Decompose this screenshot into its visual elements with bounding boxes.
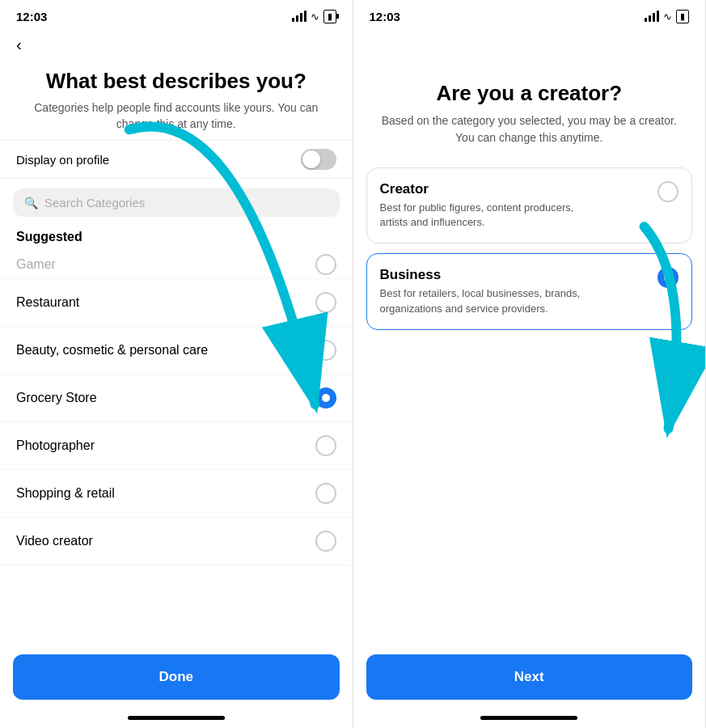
left-panel-content: What best describes you? Categories help… — [0, 61, 353, 709]
page-subtitle-right: Based on the category you selected, you … — [353, 112, 706, 163]
category-item-restaurant[interactable]: Restaurant — [0, 279, 353, 327]
creator-card-text: Creator Best for public figures, content… — [380, 181, 650, 230]
wifi-icon: ∿ — [311, 11, 319, 23]
status-bar-right: 12:03 ∿ ▮ — [353, 0, 706, 29]
business-card-desc: Best for retailers, local businesses, br… — [380, 286, 650, 315]
radio-shopping[interactable] — [315, 483, 336, 504]
radio-business[interactable] — [657, 267, 679, 288]
page-subtitle-left: Categories help people find accounts lik… — [0, 97, 353, 140]
category-item-beauty[interactable]: Beauty, cosmetic & personal care — [0, 327, 353, 375]
status-icons-left: ∿ ▮ — [292, 10, 336, 23]
radio-grocery[interactable] — [315, 387, 336, 408]
page-title-left: What best describes you? — [0, 61, 353, 97]
signal-icon — [292, 11, 306, 22]
status-time-left: 12:03 — [16, 10, 47, 23]
home-indicator-left — [0, 709, 353, 728]
business-card-text: Business Best for retailers, local busin… — [380, 267, 650, 315]
radio-restaurant[interactable] — [315, 292, 336, 313]
category-label-shopping: Shopping & retail — [16, 486, 115, 501]
battery-icon-right: ▮ — [676, 10, 689, 23]
category-label-photographer: Photographer — [16, 438, 95, 453]
category-label-restaurant: Restaurant — [16, 295, 79, 310]
category-item-photographer[interactable]: Photographer — [0, 422, 353, 470]
radio-photographer[interactable] — [315, 435, 336, 456]
business-card[interactable]: Business Best for retailers, local busin… — [366, 253, 693, 329]
category-label-gamer: Gamer — [16, 257, 56, 272]
home-bar-left — [128, 716, 225, 720]
status-icons-right: ∿ ▮ — [645, 10, 689, 23]
display-profile-toggle[interactable] — [301, 149, 336, 170]
creator-card-title: Creator — [380, 181, 650, 197]
radio-creator[interactable] — [657, 181, 679, 202]
radio-beauty[interactable] — [315, 340, 336, 361]
done-button[interactable]: Done — [13, 654, 340, 700]
wifi-icon-right: ∿ — [663, 11, 672, 23]
back-button[interactable]: ‹ — [0, 29, 353, 61]
toggle-label: Display on profile — [16, 153, 109, 167]
category-label-beauty: Beauty, cosmetic & personal care — [16, 343, 208, 358]
category-item-shopping[interactable]: Shopping & retail — [0, 470, 353, 518]
page-title-right: Are you a creator? — [353, 65, 706, 112]
category-list: Gamer Restaurant Beauty, cosmetic & pers… — [0, 251, 353, 645]
radio-video[interactable] — [315, 531, 336, 552]
business-card-title: Business — [380, 267, 650, 283]
spacer-flex — [353, 335, 706, 645]
spacer-right — [353, 29, 706, 65]
category-label-grocery: Grocery Store — [16, 391, 97, 405]
next-button[interactable]: Next — [366, 654, 693, 700]
category-item-grocery[interactable]: Grocery Store — [0, 375, 353, 422]
display-on-profile-row: Display on profile — [0, 140, 353, 179]
battery-icon: ▮ — [323, 10, 336, 23]
category-label-video: Video creator — [16, 534, 93, 548]
category-item-video[interactable]: Video creator — [0, 518, 353, 565]
status-bar-left: 12:03 ∿ ▮ — [0, 0, 353, 29]
suggested-header: Suggested — [0, 226, 353, 251]
search-box[interactable]: 🔍 Search Categories — [13, 188, 340, 217]
right-panel-content: Are you a creator? Based on the category… — [353, 65, 706, 709]
status-time-right: 12:03 — [370, 10, 400, 23]
search-icon: 🔍 — [24, 197, 38, 210]
category-item-gamer[interactable]: Gamer — [0, 251, 353, 279]
signal-icon-right — [645, 11, 659, 22]
search-placeholder: Search Categories — [44, 196, 145, 210]
radio-gamer[interactable] — [315, 254, 336, 275]
right-panel: 12:03 ∿ ▮ Are you a creator? Based on th… — [353, 0, 707, 728]
home-bar-right — [480, 716, 577, 720]
left-panel: 12:03 ∿ ▮ ‹ What best describes you? Cat… — [0, 0, 353, 728]
creator-card[interactable]: Creator Best for public figures, content… — [366, 167, 693, 243]
creator-card-desc: Best for public figures, content produce… — [380, 201, 650, 230]
home-indicator-right — [353, 709, 706, 728]
